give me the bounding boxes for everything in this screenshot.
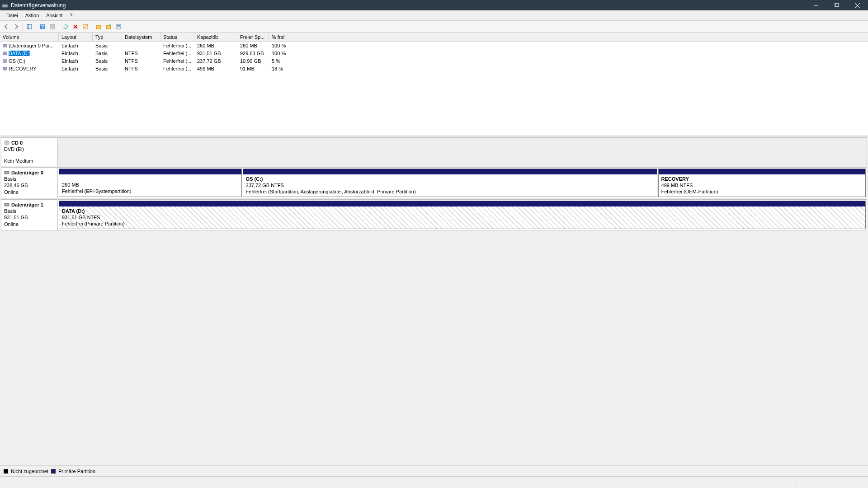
volume-name: DATA (D:) [9,51,30,56]
disk-1-title: Datenträger 1 [11,202,43,208]
volume-free: 260 MB [237,43,269,48]
svg-rect-25 [3,60,7,62]
volume-name: (Datenträger 0 Par... [9,43,54,48]
volume-pct: 100 % [269,43,305,48]
volume-typ: Basis [93,66,122,71]
statusbar-cell-2 [832,477,868,488]
cd-icon [4,140,9,145]
disk-0-size: 238,46 GB [4,182,55,188]
col-cap[interactable]: Kapazität [194,33,237,41]
show-hide-button[interactable] [25,22,34,31]
partition-size: 237,72 GB NTFS [246,182,654,188]
maximize-button[interactable] [826,0,847,10]
disk-1-type: Basis [4,208,55,214]
properties-icon[interactable] [48,22,57,31]
svg-rect-23 [3,44,7,47]
volume-pct: 18 % [269,66,305,71]
svg-point-20 [109,24,111,26]
volume-pct: 5 % [269,58,305,64]
menu-aktion[interactable]: Aktion [22,11,43,19]
svg-rect-18 [96,25,101,29]
svg-rect-29 [5,171,9,174]
disk-0-state: Online [4,189,55,195]
volume-row[interactable]: OS (C:)EinfachBasisNTFSFehlerfrei (...23… [0,57,868,65]
volume-fs: NTFS [122,66,160,71]
disk-1-state: Online [4,221,55,227]
disk-1-header: Datenträger 1 [4,202,55,208]
volume-status: Fehlerfrei (... [160,66,194,71]
volume-status: Fehlerfrei (... [160,43,194,48]
col-volume[interactable]: Volume [0,33,59,41]
partition-header [59,169,241,174]
legend-primary: Primäre Partition [58,469,95,474]
window-title: Datenträgerverwaltung [11,2,806,9]
col-status[interactable]: Status [160,33,194,41]
disk-0[interactable]: Datenträger 0 Basis 238,46 GB Online 260… [1,167,867,198]
partition[interactable]: OS (C:)237,72 GB NTFSFehlerfrei (Startpa… [243,169,657,197]
col-layout[interactable]: Layout [59,33,93,41]
partition-status: Fehlerfrei (EFI-Systempartition) [62,188,239,194]
swatch-unalloc [4,469,8,474]
disk-0-type: Basis [4,176,55,182]
statusbar [0,476,868,488]
col-fs[interactable]: Dateisystem [122,33,160,41]
disk-icon [4,170,9,175]
svg-rect-30 [5,203,9,206]
menu-help[interactable]: ? [66,11,76,19]
check-icon[interactable] [81,22,90,31]
titlebar: Datenträgerverwaltung [0,0,868,10]
delete-icon[interactable] [71,22,80,31]
partition[interactable]: 260 MBFehlerfrei (EFI-Systempartition) [59,169,242,197]
back-button[interactable] [2,22,11,31]
svg-point-28 [6,142,8,144]
disk-0-header: Datenträger 0 [4,169,55,176]
volume-pct: 100 % [269,51,305,56]
volume-free: 10,99 GB [237,58,269,64]
partition-name: RECOVERY [661,176,863,182]
partition-header [59,201,865,206]
disk-cd0[interactable]: CD 0 DVD (E:) Kein Medium [1,137,867,166]
volume-fs: NTFS [122,58,160,64]
menu-datei[interactable]: Datei [3,11,22,19]
partition[interactable]: DATA (D:)931,51 GB NTFSFehlerfrei (Primä… [59,201,866,229]
partition-size: 260 MB [62,182,239,188]
disk-cd0-line2: Kein Medium [4,158,55,164]
partition-status: Fehlerfrei (Primäre Partition) [62,221,863,227]
volume-row[interactable]: (Datenträger 0 Par...EinfachBasisFehlerf… [0,42,868,49]
action2-icon[interactable] [104,22,113,31]
forward-button[interactable] [12,22,21,31]
svg-rect-1 [2,4,8,5]
toolbar: ? [0,21,868,33]
disk-icon [4,202,9,207]
action1-icon[interactable] [94,22,103,31]
partition-header [659,169,865,174]
close-button[interactable] [847,0,868,10]
settings-icon[interactable] [114,22,123,31]
volume-row[interactable]: DATA (D:)EinfachBasisNTFSFehlerfrei (...… [0,49,868,57]
minimize-button[interactable] [806,0,826,10]
menu-ansicht[interactable]: Ansicht [42,11,66,19]
col-pct[interactable]: % frei [269,33,305,41]
volume-row[interactable]: RECOVERYEinfachBasisNTFSFehlerfrei (...4… [0,65,868,72]
col-free[interactable]: Freier Sp... [237,33,269,41]
graphical-view[interactable]: CD 0 DVD (E:) Kein Medium Datenträger 0 … [0,136,868,465]
legend-unalloc: Nicht zugeordnet [11,469,48,474]
partition-status: Fehlerfrei (Startpartition, Auslagerungs… [246,188,654,195]
volume-layout: Einfach [59,66,93,71]
svg-rect-24 [3,52,7,55]
col-typ[interactable]: Typ [93,33,122,41]
help-icon[interactable]: ? [38,22,47,31]
statusbar-cell-main [0,477,796,488]
statusbar-cell-1 [796,477,832,488]
partition-size: 499 MB NTFS [661,182,863,188]
volume-status: Fehlerfrei (... [160,58,194,64]
disk-1[interactable]: Datenträger 1 Basis 931,51 GB Online DAT… [1,199,867,230]
volume-cap: 260 MB [194,43,237,48]
refresh-icon[interactable] [61,22,70,31]
partition-size: 931,51 GB NTFS [62,214,863,221]
partition[interactable]: RECOVERY499 MB NTFSFehlerfrei (OEM-Parti… [658,169,866,197]
volume-list[interactable]: Volume Layout Typ Dateisystem Status Kap… [0,33,868,136]
partition-header [243,169,657,174]
volume-layout: Einfach [59,51,93,56]
volume-layout: Einfach [59,43,93,48]
